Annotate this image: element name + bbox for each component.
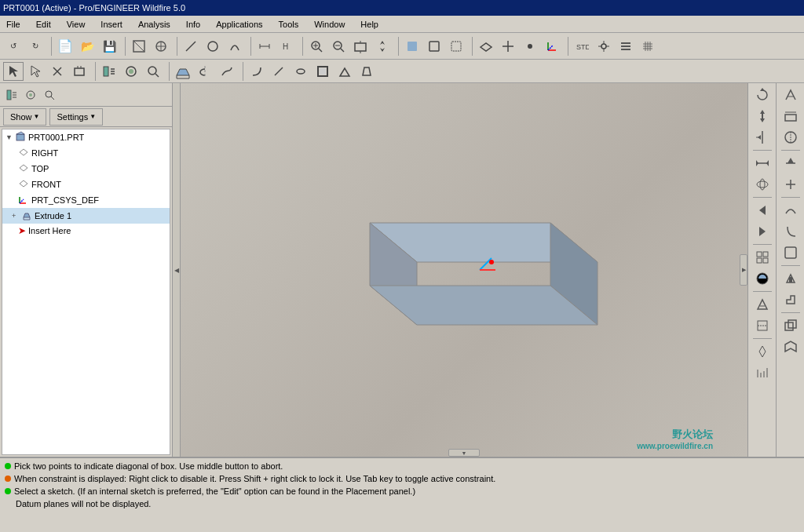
new-button[interactable]: 📄 bbox=[55, 37, 75, 56]
frt-btn-9[interactable] bbox=[780, 268, 802, 289]
datum-axis-toggle[interactable] bbox=[498, 37, 518, 56]
search-icon[interactable] bbox=[41, 86, 58, 104]
menu-info[interactable]: Info bbox=[183, 18, 203, 31]
frt-btn-1[interactable] bbox=[780, 85, 802, 105]
undo-button[interactable]: ↺ bbox=[3, 37, 24, 56]
sketch-select-btn[interactable] bbox=[3, 62, 24, 81]
draft-btn[interactable] bbox=[356, 62, 377, 81]
viewport[interactable]: 野火论坛 www.proewildfire.cn ▶ ▼ bbox=[181, 83, 747, 457]
svg-marker-48 bbox=[31, 66, 40, 77]
tree-item-insert[interactable]: ➤ Insert Here bbox=[2, 224, 170, 238]
shell-btn[interactable] bbox=[312, 62, 333, 81]
sketch-close-btn[interactable] bbox=[69, 62, 90, 81]
frt-btn-12[interactable] bbox=[780, 337, 802, 357]
tree-item-csys[interactable]: PRT_CSYS_DEF bbox=[2, 192, 170, 208]
tree-item-extrude1[interactable]: + Extrude 1 bbox=[2, 208, 170, 224]
zoom-fit-btn[interactable] bbox=[350, 37, 371, 56]
datum-plane-toggle[interactable] bbox=[476, 37, 496, 56]
menu-edit[interactable]: Edit bbox=[33, 18, 54, 31]
menu-analysis[interactable]: Analysis bbox=[135, 18, 174, 31]
rt-3d-spin-btn[interactable] bbox=[751, 174, 773, 195]
left-collapse-handle[interactable]: ◀ bbox=[173, 83, 181, 457]
zoom-out-btn[interactable] bbox=[328, 37, 349, 56]
toolbar-separator-1 bbox=[49, 37, 52, 56]
open-button[interactable]: 📂 bbox=[77, 37, 97, 56]
constraint-btn[interactable]: H bbox=[276, 37, 297, 56]
redo-button[interactable]: ↻ bbox=[25, 37, 46, 56]
sketch-arc-btn[interactable] bbox=[225, 37, 245, 56]
rt-zoom-btn[interactable] bbox=[751, 127, 773, 148]
orient-button[interactable] bbox=[151, 37, 171, 56]
rt-explode-btn[interactable] bbox=[751, 341, 773, 362]
menu-window[interactable]: Window bbox=[311, 18, 348, 31]
settings-dropdown[interactable]: Settings ▼ bbox=[49, 108, 103, 126]
bottom-collapse-handle[interactable]: ▼ bbox=[448, 449, 480, 457]
model-tree-icon[interactable] bbox=[3, 86, 20, 104]
shaded-btn[interactable] bbox=[402, 37, 422, 56]
menu-tools[interactable]: Tools bbox=[276, 18, 302, 31]
sweep-btn[interactable] bbox=[217, 62, 237, 81]
menu-applications[interactable]: Applications bbox=[213, 18, 265, 31]
frt-btn-3[interactable] bbox=[780, 127, 802, 148]
frt-btn-5[interactable] bbox=[780, 174, 802, 195]
csys-toggle[interactable] bbox=[542, 37, 562, 56]
dimension-btn[interactable] bbox=[254, 37, 275, 56]
tree-item-front[interactable]: FRONT bbox=[2, 177, 170, 192]
tree-item-right[interactable]: RIGHT bbox=[2, 145, 170, 161]
grid-btn[interactable] bbox=[638, 37, 658, 56]
layer-toggle[interactable] bbox=[121, 62, 141, 81]
extrude-btn[interactable] bbox=[173, 62, 193, 81]
rt-view-mgr-btn[interactable] bbox=[751, 247, 773, 268]
tree-item-root[interactable]: ▼ PRT0001.PRT bbox=[2, 129, 170, 145]
repaint-button[interactable] bbox=[129, 37, 149, 56]
rt-analysis-btn[interactable] bbox=[751, 363, 773, 383]
search-toggle[interactable] bbox=[143, 62, 163, 81]
frt-btn-8[interactable] bbox=[780, 242, 802, 263]
svg-line-31 bbox=[548, 46, 553, 50]
view-named-btn[interactable]: STD bbox=[572, 37, 592, 56]
frt-btn-11[interactable] bbox=[780, 315, 802, 336]
frt-btn-7[interactable] bbox=[780, 221, 802, 242]
chamfer-btn[interactable] bbox=[269, 62, 289, 81]
sketch-circle-btn[interactable] bbox=[203, 37, 223, 56]
menu-help[interactable]: Help bbox=[357, 18, 382, 31]
rt-pan-btn[interactable] bbox=[751, 106, 773, 126]
rt-prev-view-btn[interactable] bbox=[751, 200, 773, 220]
frt-btn-2[interactable] bbox=[780, 106, 802, 126]
show-dropdown[interactable]: Show ▼ bbox=[3, 108, 46, 126]
layer-btn[interactable] bbox=[616, 37, 636, 56]
toolbar-separator-7 bbox=[470, 37, 473, 56]
tree-item-top[interactable]: TOP bbox=[2, 161, 170, 177]
rt-next-view-btn[interactable] bbox=[751, 221, 773, 242]
svg-marker-47 bbox=[9, 66, 18, 77]
frt-btn-6[interactable] bbox=[780, 200, 802, 220]
spin-center-btn[interactable] bbox=[594, 37, 614, 56]
pan-btn[interactable] bbox=[372, 37, 393, 56]
layer-icon[interactable] bbox=[22, 86, 39, 104]
sketch-unsel-btn[interactable] bbox=[25, 62, 46, 81]
menu-file[interactable]: File bbox=[3, 18, 24, 31]
frt-btn-10[interactable] bbox=[780, 290, 802, 310]
rt-flip-btn[interactable] bbox=[751, 153, 773, 173]
save-button[interactable]: 💾 bbox=[99, 37, 119, 56]
hole-btn[interactable] bbox=[291, 62, 311, 81]
revolve-btn[interactable] bbox=[195, 62, 215, 81]
sketch-line-btn[interactable] bbox=[181, 37, 201, 56]
rib-btn[interactable] bbox=[334, 62, 355, 81]
right-collapse-handle[interactable]: ▶ bbox=[740, 254, 747, 286]
rt-section-btn[interactable] bbox=[751, 294, 773, 315]
rt-appearance-btn[interactable] bbox=[751, 268, 773, 289]
toolbar-separator-4 bbox=[248, 37, 251, 56]
model-tree-toggle[interactable] bbox=[99, 62, 119, 81]
datum-point-toggle[interactable] bbox=[520, 37, 540, 56]
menu-view[interactable]: View bbox=[64, 18, 89, 31]
zoom-in-btn[interactable] bbox=[306, 37, 327, 56]
hidden-line-btn[interactable] bbox=[424, 37, 444, 56]
frt-btn-4[interactable] bbox=[780, 153, 802, 173]
sketch-x-btn[interactable] bbox=[47, 62, 68, 81]
round-btn[interactable] bbox=[247, 62, 267, 81]
wireframe-btn[interactable] bbox=[446, 37, 466, 56]
menu-insert[interactable]: Insert bbox=[97, 18, 126, 31]
rt-rotate-btn[interactable] bbox=[751, 85, 773, 105]
rt-xsec-btn[interactable] bbox=[751, 315, 773, 336]
